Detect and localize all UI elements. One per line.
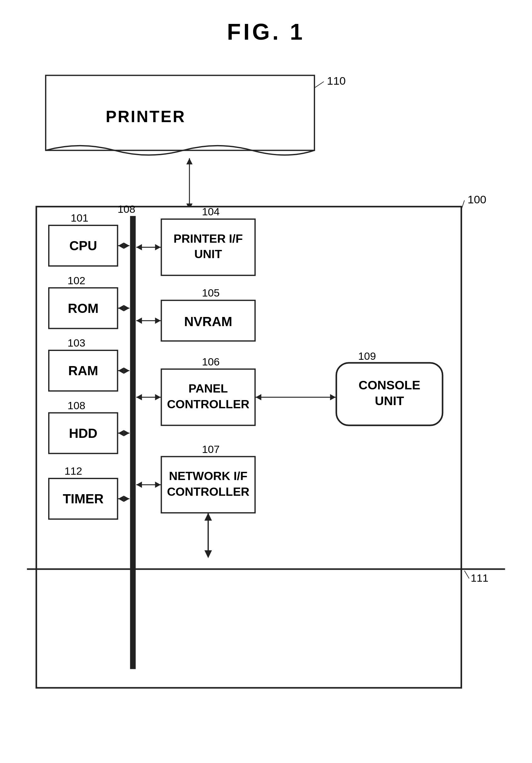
network-up-arrow bbox=[204, 513, 212, 521]
printer-if-box bbox=[161, 219, 255, 275]
hdd-ref: 108 bbox=[68, 399, 85, 411]
network-ref: 111 bbox=[471, 572, 488, 584]
panel-ctrl-ref: 106 bbox=[202, 356, 219, 368]
ram-label: RAM bbox=[68, 363, 98, 378]
rom-bus-arrow-left bbox=[118, 305, 124, 311]
console-label-1: CONSOLE bbox=[359, 378, 420, 392]
bus-ref: 108 bbox=[117, 203, 135, 215]
panel-console-arrow-left bbox=[256, 394, 261, 400]
cpu-ref: 101 bbox=[71, 212, 88, 224]
console-ref: 109 bbox=[358, 350, 376, 362]
timer-label: TIMER bbox=[63, 491, 104, 506]
network-if-label-1: NETWORK I/F bbox=[169, 469, 248, 483]
bus-line bbox=[130, 216, 136, 669]
rom-label: ROM bbox=[68, 301, 99, 316]
cpu-label: CPU bbox=[69, 238, 97, 253]
timer-ref: 112 bbox=[64, 465, 82, 477]
ram-box bbox=[49, 350, 117, 391]
nvram-ref: 105 bbox=[202, 287, 219, 299]
rom-ref: 102 bbox=[68, 274, 85, 286]
system-ref: 100 bbox=[468, 193, 486, 206]
nvram-box bbox=[161, 300, 255, 341]
cpu-box bbox=[49, 225, 117, 266]
network-if-ref: 107 bbox=[202, 443, 219, 455]
printer-if-label-2: UNIT bbox=[194, 247, 222, 261]
hdd-bus-arrow-right bbox=[124, 430, 129, 436]
hdd-bus-arrow-left bbox=[118, 430, 124, 436]
printer-if-bus-arrow-right bbox=[155, 244, 161, 250]
panel-ctrl-label-2: CONTROLLER bbox=[167, 397, 249, 411]
printer-ref: 110 bbox=[327, 74, 346, 87]
ram-ref: 103 bbox=[68, 337, 85, 349]
panel-ctrl-bus-arrow-right bbox=[155, 394, 161, 400]
cpu-bus-arrow-left bbox=[118, 243, 124, 249]
printer-if-bus-arrow-left bbox=[136, 244, 142, 250]
printer-if-label-1: PRINTER I/F bbox=[173, 232, 243, 245]
panel-controller-box bbox=[161, 369, 255, 426]
printer-wave bbox=[46, 146, 314, 155]
network-if-bus-arrow-right bbox=[155, 482, 161, 488]
network-if-label-2: CONTROLLER bbox=[167, 485, 249, 498]
panel-console-arrow-right bbox=[330, 394, 336, 400]
ram-bus-arrow-left bbox=[118, 368, 124, 374]
system-box bbox=[36, 206, 461, 688]
timer-box bbox=[49, 479, 117, 519]
timer-bus-arrow-right bbox=[124, 496, 129, 502]
hdd-label: HDD bbox=[69, 426, 97, 441]
printer-outer-border bbox=[46, 75, 314, 150]
system-ref-line bbox=[461, 200, 464, 210]
timer-bus-arrow-left bbox=[118, 496, 124, 502]
nvram-bus-arrow-right bbox=[155, 318, 161, 324]
cpu-bus-arrow-right bbox=[124, 243, 129, 249]
printer-down-arrow bbox=[186, 203, 193, 210]
rom-bus-arrow-right bbox=[124, 305, 129, 311]
nvram-bus-arrow-left bbox=[136, 318, 142, 324]
rom-box bbox=[49, 288, 117, 328]
page-title: FIG. 1 bbox=[0, 0, 532, 45]
console-box bbox=[336, 363, 443, 426]
printer-label: PRINTER bbox=[106, 107, 186, 126]
panel-ctrl-bus-arrow-left bbox=[136, 394, 142, 400]
hdd-box bbox=[49, 413, 117, 454]
printer-ref-line bbox=[314, 81, 324, 88]
nvram-label: NVRAM bbox=[184, 314, 232, 329]
console-label-2: UNIT bbox=[375, 394, 404, 408]
printer-if-ref: 104 bbox=[202, 206, 219, 218]
network-down-arrow bbox=[204, 550, 212, 558]
network-if-box bbox=[161, 457, 255, 513]
network-if-bus-arrow-left bbox=[136, 482, 142, 488]
printer-up-arrow bbox=[186, 158, 193, 164]
ram-bus-arrow-right bbox=[124, 368, 129, 374]
network-ref-line bbox=[464, 571, 469, 579]
panel-ctrl-label-1: PANEL bbox=[188, 382, 228, 395]
